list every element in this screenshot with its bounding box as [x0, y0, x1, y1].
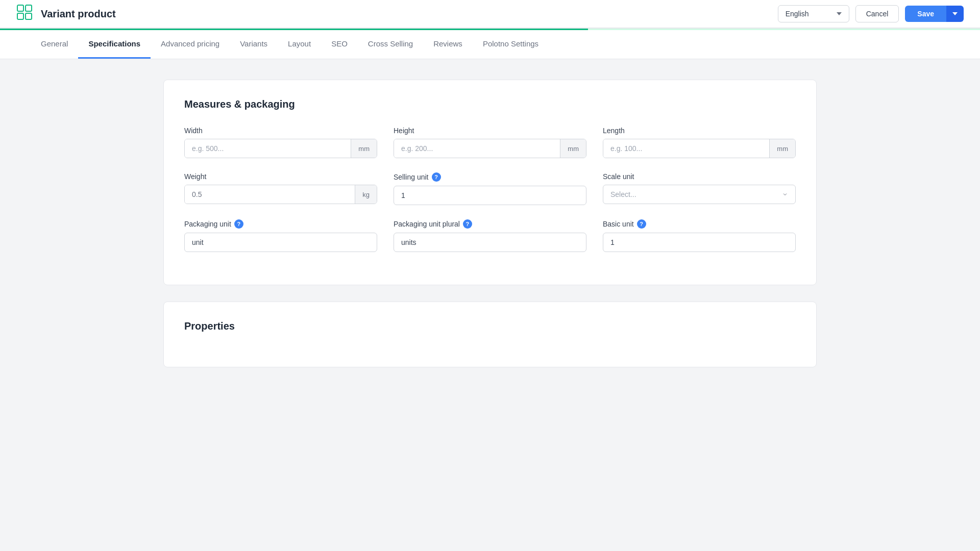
svg-rect-0: [17, 5, 23, 11]
header: Variant product English Cancel Save: [0, 0, 980, 29]
packaging-unit-help-icon[interactable]: ?: [234, 219, 243, 229]
language-selector[interactable]: English: [778, 5, 849, 22]
weight-group: Weight kg: [184, 172, 377, 205]
properties-title: Properties: [184, 320, 796, 332]
svg-rect-3: [26, 13, 32, 19]
packaging-unit-plural-help-icon[interactable]: ?: [463, 219, 472, 229]
main-content: Measures & packaging Width mm Height mm …: [133, 59, 847, 388]
packaging-unit-plural-input[interactable]: [394, 233, 586, 252]
measures-packaging-card: Measures & packaging Width mm Height mm …: [163, 80, 817, 285]
header-right: English Cancel Save: [778, 5, 964, 22]
tab-general[interactable]: General: [31, 30, 78, 59]
svg-rect-1: [26, 5, 32, 11]
tabs: General Specifications Advanced pricing …: [31, 30, 949, 59]
packaging-unit-group: Packaging unit ?: [184, 219, 377, 252]
logo-icon: [16, 4, 33, 23]
width-unit: mm: [351, 139, 377, 158]
length-input-group: mm: [603, 139, 796, 158]
chevron-down-icon: [837, 12, 842, 15]
page-title: Variant product: [41, 8, 116, 20]
language-label: English: [786, 10, 809, 18]
basic-unit-input[interactable]: [603, 233, 796, 252]
scale-unit-select[interactable]: Select...: [603, 185, 796, 204]
tab-cross-selling[interactable]: Cross Selling: [358, 30, 423, 59]
tab-advanced-pricing[interactable]: Advanced pricing: [151, 30, 230, 59]
width-input[interactable]: [185, 139, 351, 158]
height-input-group: mm: [394, 139, 586, 158]
tab-variants[interactable]: Variants: [230, 30, 278, 59]
scale-unit-group: Scale unit Select...: [603, 172, 796, 205]
width-label: Width: [184, 127, 377, 135]
selling-unit-help-icon[interactable]: ?: [432, 172, 441, 182]
save-btn-group: Save: [905, 6, 964, 22]
length-group: Length mm: [603, 127, 796, 158]
selling-unit-input[interactable]: [394, 186, 586, 205]
width-group: Width mm: [184, 127, 377, 158]
tab-seo[interactable]: SEO: [321, 30, 358, 59]
basic-unit-group: Basic unit ?: [603, 219, 796, 252]
tab-polotno-settings[interactable]: Polotno Settings: [473, 30, 549, 59]
packaging-unit-label: Packaging unit ?: [184, 219, 377, 229]
height-label: Height: [394, 127, 586, 135]
packaging-unit-plural-label: Packaging unit plural ?: [394, 219, 586, 229]
packaging-unit-plural-group: Packaging unit plural ?: [394, 219, 586, 252]
length-label: Length: [603, 127, 796, 135]
tab-reviews[interactable]: Reviews: [423, 30, 473, 59]
tab-specifications[interactable]: Specifications: [78, 30, 151, 59]
save-dropdown-button[interactable]: [946, 6, 964, 22]
cancel-button[interactable]: Cancel: [855, 5, 899, 22]
weight-input-group: kg: [184, 185, 377, 204]
form-row-packaging: Packaging unit ? Packaging unit plural ?…: [184, 219, 796, 252]
form-row-weight: Weight kg Selling unit ? Scale unit Sele…: [184, 172, 796, 205]
selling-unit-group: Selling unit ?: [394, 172, 586, 205]
packaging-unit-input[interactable]: [184, 233, 377, 252]
weight-unit: kg: [355, 185, 377, 204]
width-input-group: mm: [184, 139, 377, 158]
svg-rect-2: [17, 13, 23, 19]
height-input[interactable]: [394, 139, 560, 158]
weight-input[interactable]: [185, 185, 355, 204]
header-left: Variant product: [16, 4, 116, 23]
weight-label: Weight: [184, 172, 377, 181]
tabs-container: General Specifications Advanced pricing …: [0, 30, 980, 59]
height-group: Height mm: [394, 127, 586, 158]
basic-unit-help-icon[interactable]: ?: [637, 219, 646, 229]
basic-unit-label: Basic unit ?: [603, 219, 796, 229]
length-unit: mm: [769, 139, 795, 158]
tab-layout[interactable]: Layout: [278, 30, 321, 59]
scale-unit-label: Scale unit: [603, 172, 796, 181]
properties-card: Properties: [163, 302, 817, 367]
length-input[interactable]: [603, 139, 769, 158]
height-unit: mm: [560, 139, 586, 158]
measures-packaging-title: Measures & packaging: [184, 98, 796, 110]
selling-unit-label: Selling unit ?: [394, 172, 586, 182]
form-row-dimensions: Width mm Height mm Length mm: [184, 127, 796, 158]
chevron-down-icon: [952, 12, 958, 15]
save-button[interactable]: Save: [905, 6, 946, 22]
